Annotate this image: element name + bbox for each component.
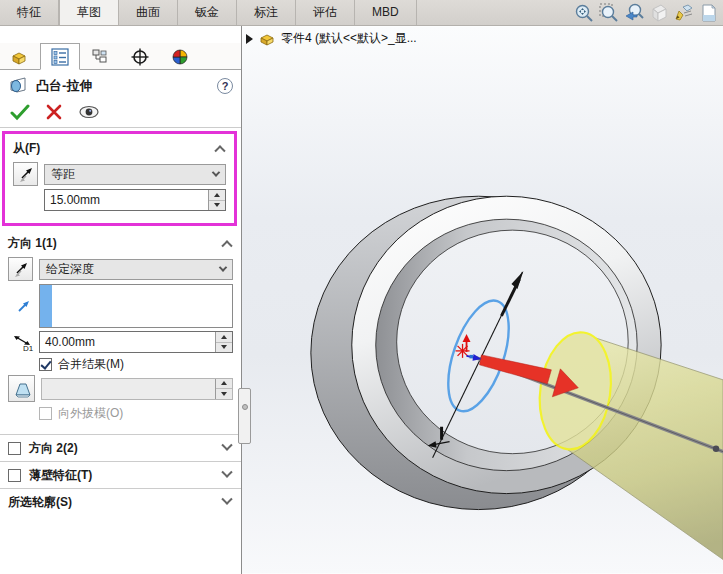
cancel-icon[interactable] <box>46 104 62 120</box>
selected-contours-group-header: 所选轮廓(S) <box>0 489 241 515</box>
splitter-dot <box>242 404 248 410</box>
tab-evaluate[interactable]: 评估 <box>296 0 355 25</box>
direction2-group-label[interactable]: 方向 2(2) <box>29 440 223 457</box>
propertymanager-tab[interactable] <box>40 43 80 70</box>
feature-tree-overlay: 零件4 (默认<<默认>_显... <box>246 30 417 47</box>
manager-tab-strip <box>0 43 241 70</box>
thin-feature-checkbox[interactable] <box>8 469 21 482</box>
configurationmanager-tab[interactable] <box>80 43 120 70</box>
part-icon <box>258 31 276 47</box>
preview-eye-icon[interactable] <box>78 104 100 120</box>
solidworks-window: 特征草图曲面钣金标注评估MBD <box>0 0 723 574</box>
help-icon[interactable]: ? <box>217 78 233 94</box>
command-tab-bar: 特征草图曲面钣金标注评估MBD <box>0 0 723 26</box>
active-selection-strip <box>40 285 52 327</box>
draft-angle-input <box>41 378 233 400</box>
selected-contours-group-label[interactable]: 所选轮廓(S) <box>8 494 223 511</box>
depth-d1-icon: D1 <box>12 332 36 352</box>
draft-outward-checkbox <box>39 407 52 420</box>
end-condition-dropdown[interactable]: 给定深度 <box>39 259 233 280</box>
expand-chevron-icon[interactable] <box>221 467 232 478</box>
direction2-checkbox[interactable] <box>8 442 21 455</box>
direction-arrow-icon <box>16 298 32 314</box>
from-condition-dropdown[interactable]: 等距 <box>44 164 226 185</box>
section-view-icon[interactable] <box>648 2 670 24</box>
collapse-chevron-icon[interactable] <box>214 145 225 156</box>
tab-surfaces[interactable]: 曲面 <box>119 0 178 25</box>
end-condition-value: 给定深度 <box>46 261 94 278</box>
from-condition-value: 等距 <box>51 166 75 183</box>
feature-title: 凸台-拉伸 <box>36 77 217 95</box>
zoom-area-icon[interactable] <box>598 2 620 24</box>
panel-splitter-handle[interactable] <box>238 388 251 444</box>
expand-chevron-icon[interactable] <box>221 494 232 505</box>
confirm-toolbar <box>0 100 241 127</box>
tab-sheet-metal[interactable]: 钣金 <box>178 0 237 25</box>
tab-annotation[interactable]: 标注 <box>237 0 296 25</box>
draft-angle-value <box>42 379 215 399</box>
svg-text:D1: D1 <box>23 344 34 352</box>
draft-outward-label: 向外拔模(O) <box>58 405 123 421</box>
depth-value: 40.00mm <box>40 332 215 352</box>
3d-scene <box>242 26 723 574</box>
direction-selection-box[interactable] <box>39 284 233 328</box>
tab-mbd[interactable]: MBD <box>355 0 417 25</box>
reverse-direction-button[interactable] <box>8 257 33 281</box>
tab-sketch[interactable]: 草图 <box>59 0 119 25</box>
previous-view-icon[interactable] <box>623 2 645 24</box>
feature-header: 凸台-拉伸 ? <box>0 70 241 100</box>
from-group-label[interactable]: 从(F) <box>13 140 216 157</box>
from-group: 从(F) 等距 15.00mm <box>5 135 234 218</box>
collapse-chevron-icon[interactable] <box>221 240 232 251</box>
draft-button[interactable] <box>8 375 35 402</box>
featuremanager-tab[interactable] <box>0 43 40 70</box>
graphics-viewport[interactable]: 零件4 (默认<<默认>_显... <box>242 26 723 574</box>
dropdown-chevron-icon <box>219 263 227 271</box>
thin-feature-group-header: 薄壁特征(T) <box>0 462 241 488</box>
depth-spinner[interactable] <box>215 332 232 352</box>
tab-features[interactable]: 特征 <box>0 0 59 25</box>
expand-chevron-icon[interactable] <box>221 440 232 451</box>
offset-distance-input[interactable]: 15.00mm <box>44 189 226 211</box>
direction1-group-label[interactable]: 方向 1(1) <box>8 235 223 252</box>
heads-up-toolbar <box>573 2 720 25</box>
draft-spinner <box>215 379 232 399</box>
merge-result-label[interactable]: 合并结果(M) <box>58 356 124 372</box>
tree-expand-icon[interactable] <box>246 34 253 44</box>
depth-input[interactable]: 40.00mm <box>39 331 233 353</box>
part-name[interactable]: 零件4 (默认<<默认>_显... <box>281 30 417 47</box>
property-manager-panel: 凸台-拉伸 ? 从(F) 等距 <box>0 26 242 574</box>
highlight-box: 从(F) 等距 15.00mm <box>2 131 237 226</box>
zoom-fit-icon[interactable] <box>573 2 595 24</box>
dropdown-chevron-icon <box>212 168 220 176</box>
boss-extrude-icon <box>8 76 30 96</box>
dimxpertmanager-tab[interactable] <box>120 43 160 70</box>
direction1-group: 方向 1(1) 给定深度 <box>0 230 241 428</box>
offset-spinner[interactable] <box>208 190 225 210</box>
edit-appearance-icon[interactable] <box>698 2 720 24</box>
view-settings-icon[interactable] <box>673 2 695 24</box>
ok-icon[interactable] <box>10 103 30 121</box>
merge-result-checkbox[interactable] <box>39 358 52 371</box>
reverse-offset-button[interactable] <box>13 162 38 186</box>
offset-distance-value: 15.00mm <box>45 190 208 210</box>
direction2-group-header: 方向 2(2) <box>0 435 241 461</box>
thin-feature-group-label[interactable]: 薄壁特征(T) <box>29 467 223 484</box>
displaymanager-tab[interactable] <box>160 43 200 70</box>
